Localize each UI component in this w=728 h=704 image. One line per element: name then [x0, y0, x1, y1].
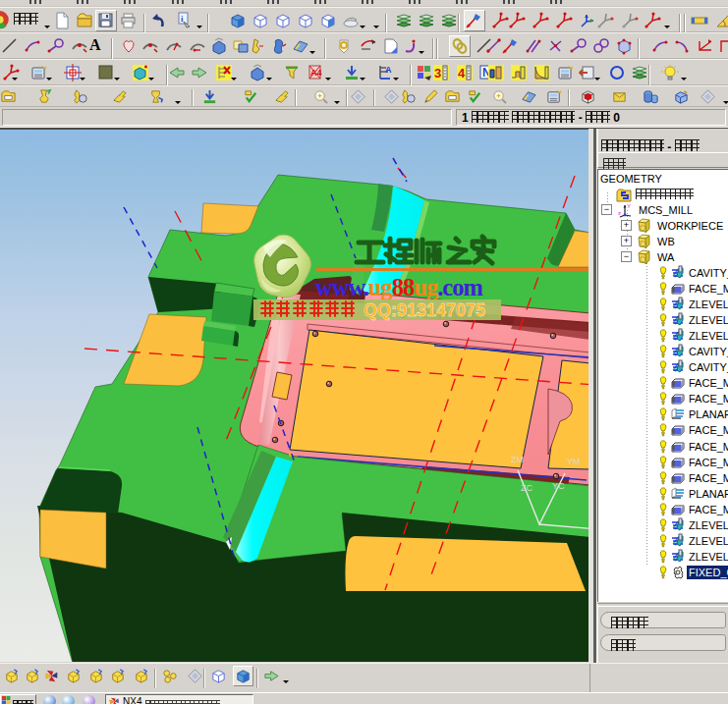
svg-text:A: A — [385, 65, 392, 75]
svg-text:4: 4 — [458, 66, 466, 81]
svg-text:YC: YC — [552, 481, 565, 491]
svg-text:YM: YM — [567, 457, 581, 466]
svg-text:ZM: ZM — [511, 455, 524, 464]
svg-text:QQ:913147075: QQ:913147075 — [364, 300, 485, 320]
svg-text:z: z — [618, 210, 621, 216]
svg-text:3: 3 — [434, 66, 441, 81]
svg-text:ZC: ZC — [521, 483, 532, 493]
svg-text:Y: Y — [627, 203, 631, 209]
svg-text:www.ug88ug.com: www.ug88ug.com — [315, 274, 482, 300]
